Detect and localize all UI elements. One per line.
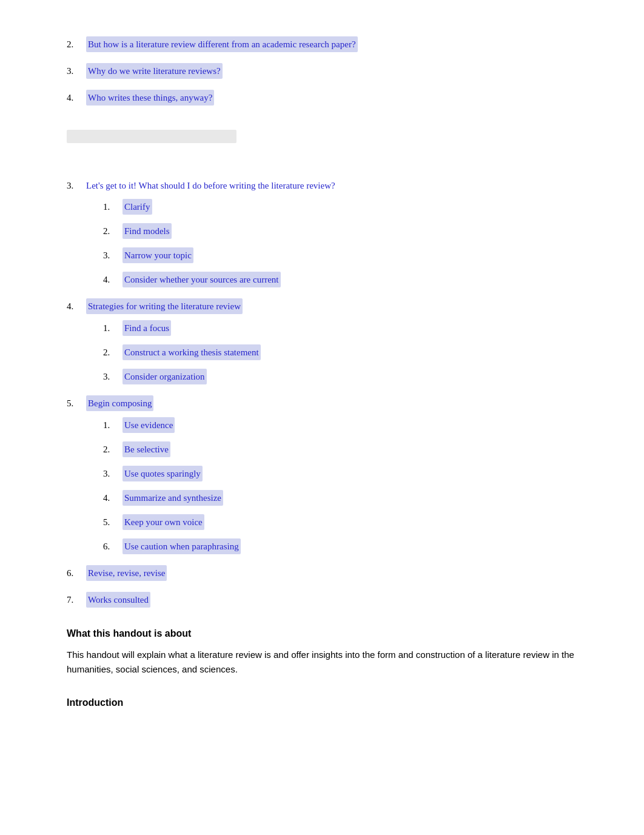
section-body-what-about: This handout will explain what a literat… bbox=[67, 648, 577, 677]
nested-number: 1. bbox=[103, 200, 118, 214]
toc-item-5-lower: 5. Begin composing 1. Use evidence 2. Be… bbox=[67, 395, 577, 554]
nested-item-5-1: 1. Use evidence bbox=[103, 417, 577, 433]
item-number: 4. bbox=[67, 90, 81, 105]
nested-item-4-1: 1. Find a focus bbox=[103, 320, 577, 336]
nested-item-4-2: 2. Construct a working thesis statement bbox=[103, 344, 577, 360]
nested-link-current[interactable]: Consider whether your sources are curren… bbox=[122, 272, 281, 287]
nested-number: 3. bbox=[103, 248, 118, 263]
nested-link-focus[interactable]: Find a focus bbox=[122, 320, 171, 336]
toc-link-3[interactable]: Why do we write literature reviews? bbox=[86, 63, 223, 79]
nested-item-3-3: 3. Narrow your topic bbox=[103, 247, 577, 263]
nested-item-5-2: 2. Be selective bbox=[103, 441, 577, 457]
item-number: 6. bbox=[67, 566, 81, 580]
nested-number: 3. bbox=[103, 369, 118, 384]
nested-item-5-6: 6. Use caution when paraphrasing bbox=[103, 538, 577, 554]
toc-item-3: 3. Why do we write literature reviews? bbox=[67, 63, 577, 79]
toc-item-2: 2. But how is a literature review differ… bbox=[67, 36, 577, 52]
toc-item-4: 4. Who writes these things, anyway? bbox=[67, 90, 577, 106]
toc-link-2[interactable]: But how is a literature review different… bbox=[86, 36, 358, 52]
nested-number: 1. bbox=[103, 418, 118, 432]
nested-link-selective[interactable]: Be selective bbox=[122, 441, 170, 457]
nested-number: 1. bbox=[103, 321, 118, 335]
toc-link-5-lower[interactable]: Begin composing bbox=[86, 395, 153, 411]
toc-link-3-lower[interactable]: Let's get to it! What should I do before… bbox=[86, 178, 335, 193]
toc-lower-list: 3. Let's get to it! What should I do bef… bbox=[67, 178, 577, 608]
nested-item-3-1: 1. Clarify bbox=[103, 199, 577, 215]
nested-link-summarize[interactable]: Summarize and synthesize bbox=[122, 490, 223, 506]
item-number: 4. bbox=[67, 299, 81, 314]
toc-item-4-lower: 4. Strategies for writing the literature… bbox=[67, 298, 577, 384]
nested-list-3: 1. Clarify 2. Find models 3. Narrow your… bbox=[67, 199, 577, 287]
nested-link-find-models[interactable]: Find models bbox=[122, 223, 172, 239]
nested-list-4: 1. Find a focus 2. Construct a working t… bbox=[67, 320, 577, 384]
nested-number: 6. bbox=[103, 539, 118, 554]
nested-number: 2. bbox=[103, 345, 118, 360]
toc-item-7: 7. Works consulted bbox=[67, 592, 577, 608]
nested-item-5-4: 4. Summarize and synthesize bbox=[103, 490, 577, 506]
item-number: 7. bbox=[67, 592, 81, 607]
toc-link-6[interactable]: Revise, revise, revise bbox=[86, 565, 167, 581]
nested-item-3-2: 2. Find models bbox=[103, 223, 577, 239]
nested-link-clarify[interactable]: Clarify bbox=[122, 199, 152, 215]
nested-number: 3. bbox=[103, 466, 118, 481]
toc-link-4-lower[interactable]: Strategies for writing the literature re… bbox=[86, 298, 243, 314]
nested-link-quotes[interactable]: Use quotes sparingly bbox=[122, 466, 203, 481]
nested-item-4-3: 3. Consider organization bbox=[103, 369, 577, 384]
section-title-introduction: Introduction bbox=[67, 695, 577, 711]
nested-item-3-4: 4. Consider whether your sources are cur… bbox=[103, 272, 577, 287]
section-title-what-about: What this handout is about bbox=[67, 626, 577, 642]
item-number: 3. bbox=[67, 178, 81, 193]
toc-link-4[interactable]: Who writes these things, anyway? bbox=[86, 90, 214, 106]
item-number: 2. bbox=[67, 37, 81, 52]
nested-link-narrow[interactable]: Narrow your topic bbox=[122, 247, 193, 263]
nested-number: 2. bbox=[103, 442, 118, 457]
nested-link-thesis[interactable]: Construct a working thesis statement bbox=[122, 344, 261, 360]
toc-item-6: 6. Revise, revise, revise bbox=[67, 565, 577, 581]
nested-link-paraphrase[interactable]: Use caution when paraphrasing bbox=[122, 538, 241, 554]
toc-link-7[interactable]: Works consulted bbox=[86, 592, 150, 608]
nested-number: 5. bbox=[103, 515, 118, 529]
nested-item-5-3: 3. Use quotes sparingly bbox=[103, 466, 577, 481]
nested-link-organization[interactable]: Consider organization bbox=[122, 369, 207, 384]
nested-link-voice[interactable]: Keep your own voice bbox=[122, 514, 204, 530]
nested-number: 4. bbox=[103, 272, 118, 287]
nested-number: 2. bbox=[103, 224, 118, 238]
spacer bbox=[67, 130, 577, 178]
nested-list-5: 1. Use evidence 2. Be selective 3. Use q… bbox=[67, 417, 577, 554]
nested-link-evidence[interactable]: Use evidence bbox=[122, 417, 175, 433]
nested-number: 4. bbox=[103, 491, 118, 505]
item-number: 5. bbox=[67, 396, 81, 411]
nested-item-5-5: 5. Keep your own voice bbox=[103, 514, 577, 530]
item-number: 3. bbox=[67, 64, 81, 78]
toc-item-3-lower: 3. Let's get to it! What should I do bef… bbox=[67, 178, 577, 287]
toc-top-list: 2. But how is a literature review differ… bbox=[67, 36, 577, 106]
